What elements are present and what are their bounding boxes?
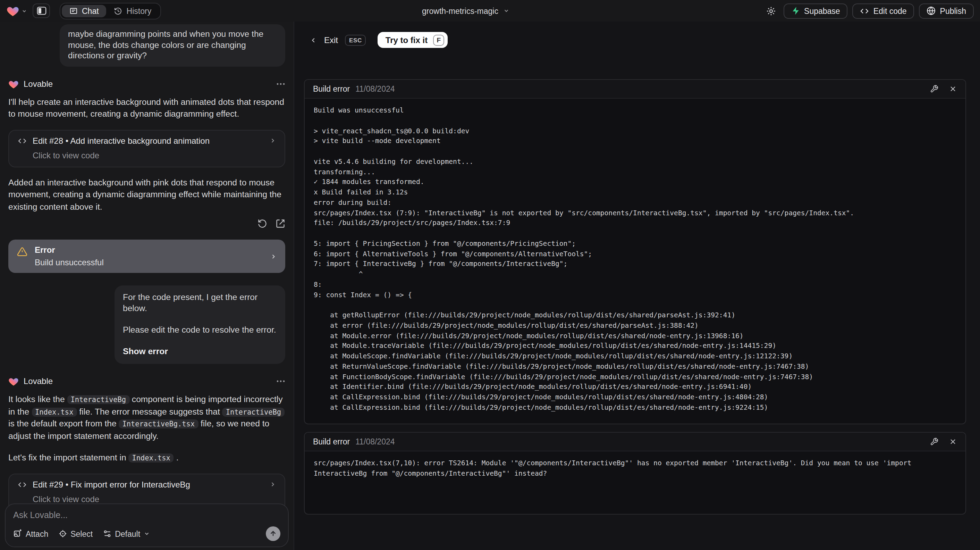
inline-code: InteractiveBg.tsx <box>119 419 199 429</box>
main-split: maybe diagramming points and when you mo… <box>0 22 980 550</box>
error-panel-header: Build error 11/08/2024 <box>305 433 966 451</box>
topbar-right: Supabase Edit code Publish <box>763 3 974 18</box>
error-panel-actions <box>930 437 957 446</box>
chat-bubble-icon <box>69 6 78 15</box>
send-button[interactable] <box>266 526 280 541</box>
supabase-label: Supabase <box>804 6 840 15</box>
text-segment: I'll help create an interactive backgrou… <box>8 97 284 119</box>
text-segment: Let's fix the import statement in <box>8 453 129 462</box>
lovable-heart-icon <box>6 5 19 17</box>
edit-card-title: Edit #29 • Fix import error for Interact… <box>33 480 190 489</box>
code-brackets-icon <box>18 137 27 145</box>
inline-code: Index.tsx <box>32 407 77 416</box>
message-actions <box>8 219 285 228</box>
text-segment: Added an interactive background with pin… <box>8 177 282 212</box>
composer-toolbar: Attach Select Default <box>13 526 280 541</box>
target-icon <box>58 529 67 538</box>
chat-scroll-area[interactable]: maybe diagramming points and when you mo… <box>0 22 294 550</box>
try-to-fix-button[interactable]: Try to fix it F <box>378 32 448 48</box>
chevron-right-icon <box>269 137 276 144</box>
edit-card-row: Edit #28 • Add interactive background an… <box>18 136 276 145</box>
chat-panel: maybe diagramming points and when you mo… <box>0 22 294 550</box>
chevron-down-icon <box>144 531 150 537</box>
chevron-down-icon <box>503 8 509 14</box>
chevron-left-icon[interactable] <box>310 36 317 44</box>
sidebar-toggle-button[interactable] <box>33 3 50 18</box>
chevron-right-icon <box>270 252 277 260</box>
error-view: Exit ESC Try to fix it F Build error 11/… <box>294 22 980 550</box>
attach-label: Attach <box>26 529 48 538</box>
text-segment: is the default export from the <box>8 419 119 429</box>
error-panel-date: 11/08/2024 <box>355 437 395 446</box>
assistant-header: Lovable <box>8 376 285 386</box>
tab-history[interactable]: History <box>107 5 159 17</box>
mode-dropdown[interactable]: Default <box>102 529 150 538</box>
publish-button[interactable]: Publish <box>919 3 974 18</box>
edit-card-28[interactable]: Edit #28 • Add interactive background an… <box>8 129 285 167</box>
build-error-card[interactable]: Error Build unsuccessful <box>8 239 285 273</box>
supabase-button[interactable]: Supabase <box>783 3 848 18</box>
more-menu-icon[interactable] <box>276 380 285 383</box>
build-error-panel-2: Build error 11/08/2024 src/pages/Index.t… <box>304 432 966 515</box>
build-log: src/pages/Index.tsx(7,10): error TS2614:… <box>314 458 956 479</box>
lovable-logo-menu[interactable] <box>6 5 27 17</box>
tab-history-label: History <box>127 6 152 15</box>
inline-code: Index.tsx <box>129 453 173 462</box>
lovable-app: Chat History growth-metrics-magic <box>0 0 980 550</box>
gear-icon <box>766 6 776 16</box>
refresh-icon[interactable] <box>258 219 267 228</box>
tab-chat[interactable]: Chat <box>62 5 107 17</box>
wrench-icon[interactable] <box>930 85 939 93</box>
error-panel-title: Build error <box>313 437 350 446</box>
user-message-text: Please edit the code to resolve the erro… <box>123 325 277 336</box>
user-message: For the code present, I get the error be… <box>115 285 285 364</box>
history-clock-icon <box>114 6 123 15</box>
user-message: maybe diagramming points and when you mo… <box>60 24 285 66</box>
show-error-link[interactable]: Show error <box>123 346 277 357</box>
edit-code-label: Edit code <box>873 6 907 15</box>
select-button[interactable]: Select <box>58 529 93 538</box>
project-switcher[interactable]: growth-metrics-magic <box>422 0 509 22</box>
code-brackets-icon <box>860 6 869 15</box>
text-segment: . <box>174 453 179 462</box>
warning-triangle-icon <box>17 247 28 257</box>
supabase-bolt-icon <box>791 6 800 15</box>
error-panel-date: 11/08/2024 <box>355 85 395 93</box>
project-name: growth-metrics-magic <box>422 6 498 15</box>
assistant-name: Lovable <box>24 376 53 386</box>
assistant-paragraph: Added an interactive background with pin… <box>8 177 285 213</box>
wrench-icon[interactable] <box>930 437 939 446</box>
settings-button[interactable] <box>763 3 778 18</box>
globe-icon <box>927 6 936 15</box>
chevron-down-icon <box>22 8 27 14</box>
arrow-up-icon <box>269 530 277 537</box>
chat-composer: Attach Select Default <box>5 504 289 547</box>
edit-card-subtitle: Click to view code <box>33 494 276 504</box>
edit-code-button[interactable]: Edit code <box>853 3 915 18</box>
tab-chat-label: Chat <box>82 6 99 15</box>
close-icon[interactable] <box>949 85 957 93</box>
chat-input[interactable] <box>13 510 280 520</box>
error-toolbar: Exit ESC Try to fix it F <box>304 22 966 58</box>
error-panel-body: Build was unsuccessful > vite_react_shad… <box>305 99 966 420</box>
exit-button[interactable]: Exit <box>324 35 338 45</box>
edit-card-row: Edit #29 • Fix import error for Interact… <box>18 480 276 489</box>
build-log: Build was unsuccessful > vite_react_shad… <box>314 105 956 413</box>
error-card-title: Error <box>35 245 104 255</box>
external-link-icon[interactable] <box>275 219 285 228</box>
attach-button[interactable]: Attach <box>13 529 48 538</box>
select-label: Select <box>70 529 93 538</box>
assistant-paragraph: I'll help create an interactive backgrou… <box>8 96 285 121</box>
inline-code: InteractiveBg <box>67 395 129 404</box>
code-brackets-icon <box>18 480 27 489</box>
more-menu-icon[interactable] <box>276 82 285 85</box>
chat-history-tabs: Chat History <box>60 2 161 19</box>
error-card-subtitle: Build unsuccessful <box>35 258 104 267</box>
assistant-header: Lovable <box>8 79 285 89</box>
text-segment: file. The error message suggests that <box>77 407 222 416</box>
esc-key-badge: ESC <box>345 34 366 46</box>
close-icon[interactable] <box>949 437 957 446</box>
assistant-name: Lovable <box>24 79 53 89</box>
assistant-paragraph: Let's fix the import statement in Index.… <box>8 452 285 464</box>
fix-button-label: Try to fix it <box>385 35 428 45</box>
